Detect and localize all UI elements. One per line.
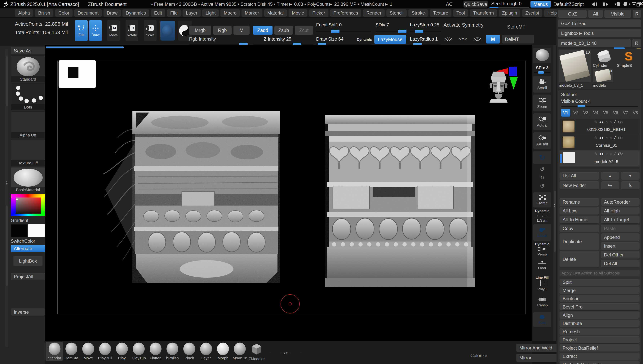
project-basrelief-button[interactable]: Project BasRelief	[560, 344, 640, 352]
quicksave-button[interactable]: QuickSave	[464, 1, 488, 8]
delete-button[interactable]: Delete	[560, 251, 599, 268]
alternate-button[interactable]: Alternate	[11, 245, 45, 252]
minimize-icon[interactable]	[632, 2, 636, 6]
aahalf-button[interactable]: AAHalf	[533, 132, 551, 149]
distribute-button[interactable]: Distribute	[560, 320, 640, 327]
menu-material[interactable]: Material	[264, 10, 287, 17]
new-folder-button[interactable]: New Folder	[560, 182, 599, 190]
see-through-slider[interactable]	[490, 7, 529, 8]
material-thumbnail[interactable]: BasicMaterial	[11, 167, 45, 193]
tool-thumb-modelo-b3-1[interactable]: 10	[559, 50, 591, 82]
menu-transform[interactable]: Transform	[470, 10, 497, 17]
gradient-label[interactable]: Gradient	[11, 218, 28, 223]
sdiv-slider[interactable]	[376, 30, 406, 32]
persp-button[interactable]: Persp	[533, 246, 551, 256]
tab-v1[interactable]: V1	[561, 109, 570, 117]
scale-mode-button[interactable]: S Scale	[144, 20, 156, 41]
goz-button[interactable]: GoZ	[558, 10, 587, 18]
symmetry-x-button[interactable]: >X<	[444, 37, 452, 42]
paint-mode-button[interactable]	[160, 21, 175, 40]
menu-render[interactable]: Render	[363, 10, 385, 17]
draw-size-slider[interactable]	[316, 44, 371, 45]
menu-draw[interactable]: Draw	[104, 10, 121, 17]
z-intensity-slider[interactable]	[253, 44, 314, 45]
active-tool-button[interactable]: modelo_b3_1: 48	[558, 39, 631, 48]
brush-hpolish[interactable]: hPolish	[164, 342, 181, 360]
zadd-button[interactable]: Zadd	[253, 26, 272, 35]
brush-clay[interactable]: Clay	[114, 342, 130, 360]
split-button[interactable]: Split	[560, 279, 640, 286]
main-color-swatch[interactable]	[11, 224, 28, 237]
all-high-button[interactable]: All High	[601, 207, 640, 215]
tab-v2[interactable]: V2	[572, 109, 580, 117]
subtool-icon-row[interactable]: ✎●●○○╱	[580, 120, 636, 124]
all-to-home-button[interactable]: All To Home	[560, 216, 599, 224]
brush-layer[interactable]: Layer	[198, 342, 214, 360]
menu-picker[interactable]: Picker	[309, 10, 328, 17]
rgb-intensity-slider[interactable]	[189, 44, 250, 45]
texture-thumbnail[interactable]: Texture Off	[11, 139, 45, 166]
focal-shift-slider[interactable]	[316, 30, 371, 32]
stroke-thumbnail[interactable]: Dots	[11, 84, 45, 110]
menu-stencil[interactable]: Stencil	[386, 10, 407, 17]
subtool-row-modeloa2-5-selected[interactable]: ✎●●○○╱ modeloA2_5	[560, 150, 640, 166]
bpr-render-button[interactable]	[533, 48, 551, 64]
color-picker[interactable]	[11, 194, 45, 216]
tab-v3[interactable]: V3	[582, 109, 590, 117]
rotate-y-button[interactable]: ↺	[538, 166, 546, 174]
frame-button[interactable]: Frame	[533, 192, 551, 208]
m-button[interactable]: M	[234, 26, 250, 35]
tool-r-button[interactable]: R	[632, 39, 641, 48]
project-all-button[interactable]: ProjectAll	[11, 273, 45, 280]
edit-mode-button[interactable]: Edit	[75, 20, 88, 41]
solo-button[interactable]: Solo	[533, 312, 551, 327]
menu-macro[interactable]: Macro	[220, 10, 240, 17]
rename-button[interactable]: Rename	[560, 198, 599, 206]
del-mt-button[interactable]: DelMT	[502, 35, 534, 44]
brush-standard[interactable]: Standar	[46, 342, 63, 360]
canvas-viewport[interactable]	[45, 45, 532, 341]
brush-morph[interactable]: Morph	[215, 342, 231, 360]
rotate-z-button[interactable]: ↻	[538, 174, 546, 182]
right-collapse-handle[interactable]: ▲▼	[554, 203, 556, 208]
tool-thumb-modelo[interactable]: 10	[593, 68, 613, 82]
actual-button[interactable]: Actual	[533, 113, 551, 130]
tab-v5[interactable]: V5	[602, 109, 610, 117]
lazymouse-button[interactable]: LazyMouse	[374, 35, 406, 44]
all-to-target-button[interactable]: All To Target	[601, 216, 640, 224]
tab-v6[interactable]: V6	[612, 109, 620, 117]
tab-v4[interactable]: V4	[592, 109, 600, 117]
zcut-button[interactable]: Zcut	[295, 26, 313, 35]
close-icon[interactable]: ×	[639, 0, 643, 8]
remesh-button[interactable]: Remesh	[560, 328, 640, 335]
hand-reposition-icons[interactable]	[614, 2, 631, 7]
append-button[interactable]: Append	[601, 234, 640, 241]
rgb-button[interactable]: Rgb	[213, 26, 232, 35]
tab-v7[interactable]: V7	[621, 109, 630, 117]
subtool-title[interactable]: Subtool	[561, 92, 576, 97]
align-button[interactable]: Align	[560, 312, 640, 319]
extract-button[interactable]: Extract	[560, 353, 640, 360]
goz-all-button[interactable]: All	[588, 10, 603, 18]
inverse-button[interactable]: Inverse	[11, 308, 45, 316]
colorize-button[interactable]: Colorize	[470, 353, 487, 358]
menu-tool[interactable]: Tool	[453, 10, 468, 17]
sv-square[interactable]	[16, 198, 41, 214]
mt-m-button[interactable]: M	[486, 35, 500, 44]
menu-texture[interactable]: Texture	[430, 10, 452, 17]
spix-slider[interactable]	[534, 72, 550, 73]
insert-button[interactable]: Insert	[601, 242, 640, 250]
copy-button[interactable]: Copy	[560, 225, 599, 232]
list-all-button[interactable]: List All	[560, 172, 599, 180]
lightbox-tools-button[interactable]: Lightbox►Tools	[558, 29, 641, 38]
goz-visible-button[interactable]: Visible	[604, 10, 631, 18]
polyf-button[interactable]: PolyF	[533, 280, 551, 291]
lsym-button[interactable]: ← ↓ → L.Sym	[533, 213, 551, 222]
brush-pinch[interactable]: Pinch	[181, 342, 198, 360]
subtool-row-cornisa-01[interactable]: ✎●●○○╱ Cornisa_01	[560, 134, 640, 150]
scroll-button[interactable]: Scroll	[533, 76, 551, 93]
menu-color[interactable]: Color	[55, 10, 72, 17]
subtool-icon-row[interactable]: ✎●●○○╱	[580, 136, 636, 140]
save-as-button[interactable]: Save As	[11, 47, 45, 54]
redshift-properties-button[interactable]: Redshift Properties	[560, 361, 640, 364]
